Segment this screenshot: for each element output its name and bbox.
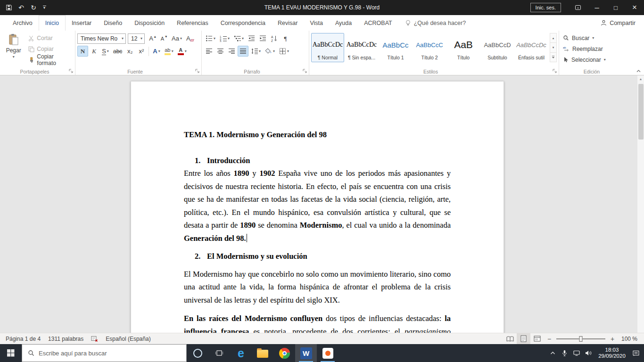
subscript-button[interactable]: x₂	[124, 46, 135, 57]
taskbar-app-file-explorer[interactable]	[252, 344, 273, 362]
zoom-slider[interactable]	[556, 338, 605, 339]
redo-icon[interactable]: ↻	[27, 0, 40, 15]
print-layout-button[interactable]	[517, 333, 530, 344]
line-spacing-button[interactable]: ▾	[249, 46, 263, 57]
scroll-up-icon[interactable]: ▲	[637, 75, 644, 82]
tab-vista[interactable]: Vista	[304, 15, 329, 31]
highlight-button[interactable]: ab ▾	[163, 46, 175, 57]
find-button[interactable]: Buscar ▾	[561, 33, 622, 43]
tray-network-icon[interactable]	[570, 344, 582, 362]
styles-dialog-launcher-icon[interactable]	[553, 69, 557, 74]
align-right-button[interactable]	[226, 46, 237, 57]
style-heading-2[interactable]: AaBbCcC Título 2	[413, 33, 446, 62]
undo-icon[interactable]: ↶	[15, 0, 27, 15]
increase-indent-button[interactable]	[257, 33, 268, 44]
tab-inicio[interactable]: Inicio	[39, 15, 66, 31]
taskbar-app-chrome[interactable]	[273, 344, 295, 362]
task-view-button[interactable]	[208, 344, 230, 362]
borders-button[interactable]: ▾	[277, 46, 291, 57]
scrollbar-thumb[interactable]	[638, 84, 644, 140]
justify-button[interactable]	[238, 46, 248, 57]
save-icon[interactable]	[3, 0, 15, 15]
format-painter-button[interactable]: Copiar formato	[27, 55, 73, 65]
minimize-button[interactable]: ─	[587, 0, 606, 15]
ribbon-display-options-icon[interactable]	[569, 0, 587, 15]
shading-button[interactable]: ▾	[263, 46, 277, 57]
strikethrough-button[interactable]: abc	[111, 46, 124, 57]
bold-button[interactable]: N	[77, 46, 88, 57]
style-no-spacing[interactable]: AaBbCcDc ¶ Sin espa...	[345, 33, 378, 62]
align-center-button[interactable]	[215, 46, 226, 57]
taskbar-search[interactable]	[22, 344, 187, 362]
tab-disposicion[interactable]: Disposición	[128, 15, 171, 31]
align-left-button[interactable]	[204, 46, 215, 57]
italic-button[interactable]: K	[89, 46, 99, 57]
change-case-button[interactable]: Aa▾	[170, 33, 184, 44]
tell-me-box[interactable]: ¿Qué desea hacer?	[405, 15, 466, 31]
style-subtle-emphasis[interactable]: AaBbCcDc Énfasis sutil	[515, 33, 548, 62]
decrease-indent-button[interactable]	[246, 33, 257, 44]
taskbar-app-word[interactable]: W	[295, 344, 317, 362]
tab-ayuda[interactable]: Ayuda	[329, 15, 358, 31]
close-button[interactable]: ×	[625, 0, 644, 15]
tab-referencias[interactable]: Referencias	[171, 15, 215, 31]
sign-in-button[interactable]: Inic. ses.	[530, 3, 561, 12]
clipboard-dialog-launcher-icon[interactable]	[69, 69, 74, 74]
style-heading-1[interactable]: AaBbCc Título 1	[379, 33, 412, 62]
text-effects-button[interactable]: A▾	[151, 46, 162, 57]
tray-chevron-up-icon[interactable]	[547, 344, 559, 362]
tab-acrobat[interactable]: ACROBAT	[358, 15, 398, 31]
style-normal[interactable]: AaBbCcDc ¶ Normal	[311, 33, 344, 62]
zoom-out-button[interactable]: −	[544, 333, 554, 344]
tab-archivo[interactable]: Archivo	[7, 15, 39, 31]
search-input[interactable]	[39, 350, 186, 357]
style-subtitle[interactable]: AaBbCcD Subtítulo	[481, 33, 514, 62]
styles-scroll-up-icon[interactable]: ▴	[550, 33, 556, 43]
tab-correspondencia[interactable]: Correspondencia	[215, 15, 272, 31]
proofing-status[interactable]	[87, 333, 102, 344]
paragraph-dialog-launcher-icon[interactable]	[303, 69, 307, 74]
start-button[interactable]	[0, 344, 22, 362]
tab-diseno[interactable]: Diseño	[98, 15, 128, 31]
vertical-scrollbar[interactable]: ▲	[637, 75, 644, 333]
taskbar-app-recorder[interactable]	[317, 344, 339, 362]
paste-button[interactable]: Pegar ▾	[3, 32, 24, 65]
font-size-combo[interactable]: 12 ▾	[128, 33, 145, 44]
cut-button[interactable]: Cortar	[27, 33, 73, 43]
sort-button[interactable]: AZ	[269, 33, 280, 44]
multilevel-list-button[interactable]: ▾	[232, 33, 246, 44]
maximize-button[interactable]: □	[606, 0, 625, 15]
document-page[interactable]: TEMA 1. Modernismo y Generación del 98 1…	[131, 81, 504, 333]
font-color-button[interactable]: A ▾	[176, 46, 189, 57]
numbering-button[interactable]: 1.2.3. ▾	[218, 33, 231, 44]
language-indicator[interactable]: Español (España)	[102, 333, 154, 344]
style-title[interactable]: AaB Título	[447, 33, 480, 62]
tab-revisar[interactable]: Revisar	[272, 15, 304, 31]
zoom-slider-thumb[interactable]	[579, 336, 583, 342]
collapse-ribbon-icon[interactable]	[636, 69, 641, 73]
zoom-level[interactable]: 100 %	[618, 336, 642, 342]
taskbar-app-edge[interactable]: e	[230, 344, 252, 362]
copy-button[interactable]: Copiar	[27, 44, 73, 54]
superscript-button[interactable]: x²	[136, 46, 147, 57]
bullets-button[interactable]: ▾	[204, 33, 217, 44]
customize-qat-icon[interactable]: ▾	[40, 0, 49, 15]
show-paragraph-marks-button[interactable]: ¶	[280, 33, 291, 44]
select-button[interactable]: Seleccionar ▾	[561, 55, 622, 65]
action-center-icon[interactable]	[630, 344, 642, 362]
share-button[interactable]: Compartir	[601, 15, 636, 31]
styles-more-icon[interactable]	[550, 53, 556, 62]
font-dialog-launcher-icon[interactable]	[195, 69, 200, 74]
styles-scroll-down-icon[interactable]: ▾	[550, 43, 556, 52]
shrink-font-button[interactable]: A▾	[158, 33, 169, 44]
underline-button[interactable]: S▾	[100, 46, 111, 57]
grow-font-button[interactable]: A▴	[147, 33, 158, 44]
zoom-in-button[interactable]: +	[607, 333, 618, 344]
page-indicator[interactable]: Página 1 de 4	[2, 333, 44, 344]
font-name-combo[interactable]: Times New Ro ▾	[77, 33, 126, 44]
word-count[interactable]: 1311 palabras	[44, 333, 87, 344]
replace-button[interactable]: ab Reemplazar	[561, 44, 622, 54]
cortana-button[interactable]	[187, 344, 208, 362]
read-mode-button[interactable]	[503, 333, 517, 344]
tab-insertar[interactable]: Insertar	[66, 15, 98, 31]
